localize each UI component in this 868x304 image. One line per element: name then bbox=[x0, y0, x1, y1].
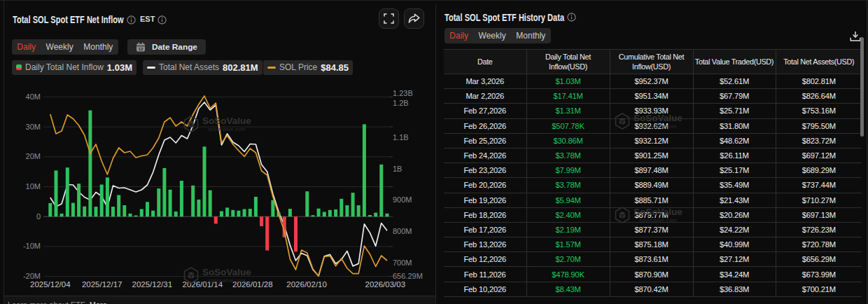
svg-text:800M: 800M bbox=[393, 227, 412, 235]
svg-text:10M: 10M bbox=[26, 182, 41, 191]
svg-text:656.29M: 656.29M bbox=[393, 272, 423, 280]
svg-text:2026/03/03: 2026/03/03 bbox=[365, 280, 406, 289]
svg-text:-10M: -10M bbox=[23, 242, 41, 250]
svg-text:0: 0 bbox=[36, 212, 41, 221]
svg-text:20M: 20M bbox=[26, 152, 41, 160]
svg-text:40M: 40M bbox=[26, 92, 41, 101]
svg-text:2025/12/31: 2025/12/31 bbox=[132, 280, 173, 289]
svg-text:900M: 900M bbox=[393, 195, 412, 204]
svg-text:1.2B: 1.2B bbox=[393, 99, 409, 107]
svg-text:700M: 700M bbox=[393, 258, 412, 267]
svg-text:2026/02/10: 2026/02/10 bbox=[286, 280, 327, 289]
svg-text:1.23B: 1.23B bbox=[393, 89, 413, 97]
svg-text:1B: 1B bbox=[393, 165, 402, 173]
svg-text:1.1B: 1.1B bbox=[393, 133, 409, 141]
svg-text:2025/12/17: 2025/12/17 bbox=[82, 280, 122, 289]
svg-text:2025/12/04: 2025/12/04 bbox=[30, 280, 71, 289]
svg-text:30M: 30M bbox=[26, 123, 41, 131]
svg-text:-20M: -20M bbox=[23, 272, 41, 280]
